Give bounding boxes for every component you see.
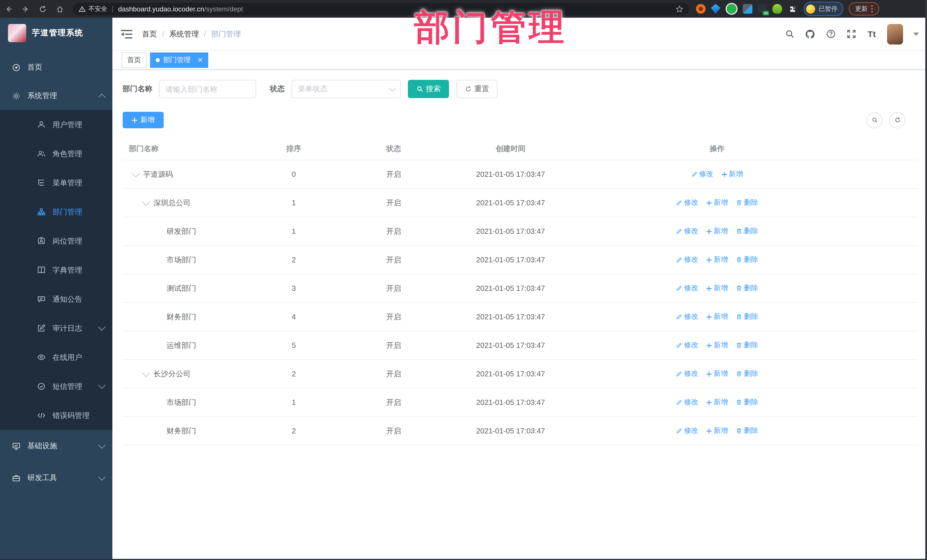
- extension-icon-grid[interactable]: [743, 4, 752, 14]
- table-row[interactable]: 深圳总公司 1 开启 2021-01-05 17:03:47 修改 新增 删除: [123, 188, 918, 217]
- tab-departments[interactable]: 部门管理: [150, 52, 208, 68]
- edit-link[interactable]: 修改: [676, 312, 698, 322]
- edit-link[interactable]: 修改: [676, 369, 698, 379]
- sidebar-item-dev-tools[interactable]: 研发工具: [0, 462, 112, 494]
- edit-link[interactable]: 修改: [676, 426, 698, 436]
- edit-link[interactable]: 修改: [676, 226, 698, 236]
- trash-icon: [736, 256, 742, 263]
- sidebar-item-infrastructure[interactable]: 基础设施: [0, 430, 112, 462]
- table-row[interactable]: 运维部门 5 开启 2021-01-05 17:03:47 修改 新增 删除: [123, 331, 918, 359]
- sidebar-item-posts[interactable]: 岗位管理: [0, 226, 112, 255]
- expand-arrow-icon[interactable]: [132, 169, 140, 177]
- extension-icon-on-badge[interactable]: on: [758, 4, 767, 14]
- search-button[interactable]: 搜索: [408, 80, 449, 98]
- table-row[interactable]: 市场部门 2 开启 2021-01-05 17:03:47 修改 新增 删除: [123, 245, 918, 274]
- search-mini-button[interactable]: [866, 112, 883, 128]
- delete-link[interactable]: 删除: [736, 284, 758, 293]
- tab-home[interactable]: 首页: [122, 52, 147, 68]
- delete-link[interactable]: 删除: [736, 312, 758, 322]
- profile-paused-pill[interactable]: 已暂停: [804, 2, 843, 16]
- table-row[interactable]: 测试部门 3 开启 2021-01-05 17:03:47 修改 新增 删除: [123, 274, 918, 302]
- sidebar-item-audit-log[interactable]: 审计日志: [0, 314, 112, 343]
- add-link[interactable]: 新增: [706, 369, 728, 379]
- delete-link[interactable]: 删除: [736, 426, 758, 436]
- delete-link[interactable]: 删除: [736, 398, 758, 407]
- sidebar-item-system[interactable]: 系统管理: [0, 82, 112, 110]
- extensions-puzzle-icon[interactable]: [787, 4, 797, 14]
- add-link[interactable]: 新增: [706, 312, 728, 322]
- extension-icon-green-check[interactable]: [726, 3, 738, 15]
- edit-link[interactable]: 修改: [676, 340, 698, 350]
- table-row[interactable]: 长沙分公司 2 开启 2021-01-05 17:03:47 修改 新增 删除: [123, 359, 918, 388]
- edit-icon: [676, 228, 682, 234]
- browser-menu-icon[interactable]: [871, 5, 873, 12]
- reset-button[interactable]: 重置: [456, 80, 497, 98]
- add-link[interactable]: 新增: [706, 255, 728, 265]
- sidebar-item-sms[interactable]: 短信管理: [0, 372, 112, 401]
- edit-link[interactable]: 修改: [676, 284, 698, 293]
- sidebar-item-error-codes[interactable]: 错误码管理: [0, 401, 112, 430]
- bookmark-star-icon[interactable]: [675, 5, 684, 13]
- sidebar-item-departments[interactable]: 部门管理: [0, 197, 112, 226]
- edit-link[interactable]: 修改: [691, 169, 713, 179]
- add-link[interactable]: 新增: [706, 284, 728, 293]
- reload-button[interactable]: [34, 2, 51, 16]
- add-link[interactable]: 新增: [706, 426, 728, 436]
- sidebar-item-home[interactable]: 首页: [0, 53, 112, 82]
- edit-link[interactable]: 修改: [676, 255, 698, 265]
- chevron-down-icon: [98, 381, 105, 389]
- dept-name-input[interactable]: [159, 80, 256, 98]
- breadcrumb-system[interactable]: 系统管理: [169, 29, 199, 39]
- status-select[interactable]: 菜单状态: [292, 80, 401, 98]
- github-icon[interactable]: [805, 29, 815, 39]
- chevron-down-icon: [98, 473, 105, 480]
- table-row[interactable]: 财务部门 2 开启 2021-01-05 17:03:47 修改 新增 删除: [123, 416, 918, 445]
- add-link[interactable]: 新增: [706, 398, 728, 407]
- add-button[interactable]: 新增: [123, 112, 164, 128]
- fullscreen-icon[interactable]: [846, 29, 856, 39]
- sidebar-item-online-users[interactable]: 在线用户: [0, 343, 112, 372]
- delete-link[interactable]: 删除: [736, 340, 758, 350]
- edit-link[interactable]: 修改: [676, 198, 698, 208]
- add-link[interactable]: 新增: [706, 198, 728, 208]
- breadcrumb-home[interactable]: 首页: [142, 29, 157, 39]
- chrome-update-button[interactable]: 更新: [849, 2, 879, 15]
- help-icon[interactable]: [825, 29, 836, 39]
- extension-icon-blue-drop[interactable]: [711, 4, 720, 14]
- caret-down-icon[interactable]: [913, 32, 919, 36]
- forward-button[interactable]: [17, 2, 34, 16]
- add-link[interactable]: 新增: [721, 169, 743, 179]
- add-link[interactable]: 新增: [706, 226, 728, 236]
- extension-icon-green-person[interactable]: [772, 4, 782, 14]
- delete-link[interactable]: 删除: [736, 226, 758, 236]
- edit-link[interactable]: 修改: [676, 398, 698, 407]
- table-row[interactable]: 市场部门 1 开启 2021-01-05 17:03:47 修改 新增 删除: [123, 388, 918, 416]
- table-row[interactable]: 研发部门 1 开启 2021-01-05 17:03:47 修改 新增 删除: [123, 217, 918, 245]
- search-icon[interactable]: [784, 29, 795, 39]
- user-avatar[interactable]: [887, 24, 903, 44]
- extension-icon-orange[interactable]: [696, 4, 706, 14]
- delete-link[interactable]: 删除: [736, 255, 758, 265]
- delete-link[interactable]: 删除: [736, 198, 758, 208]
- refresh-mini-button[interactable]: [889, 112, 905, 128]
- home-button[interactable]: [51, 2, 68, 16]
- address-bar[interactable]: 不安全 dashboard.yudao.iocoder.cn/system/de…: [73, 3, 689, 15]
- sidebar-item-notice[interactable]: 通知公告: [0, 285, 112, 314]
- font-size-icon[interactable]: Tt: [866, 29, 877, 39]
- app-logo-row[interactable]: 芋道管理系统: [0, 18, 112, 49]
- sidebar-item-menus[interactable]: 菜单管理: [0, 168, 112, 197]
- table-row[interactable]: 财务部门 4 开启 2021-01-05 17:03:47 修改 新增 删除: [123, 302, 918, 331]
- table-row[interactable]: 芋道源码 0 开启 2021-01-05 17:03:47 修改 新增: [123, 160, 918, 188]
- not-secure-indicator[interactable]: 不安全: [79, 5, 107, 13]
- sidebar-item-users[interactable]: 用户管理: [0, 110, 112, 139]
- close-icon[interactable]: [198, 58, 202, 62]
- add-link[interactable]: 新增: [706, 340, 728, 350]
- hamburger-icon[interactable]: [120, 29, 133, 39]
- sidebar-item-dict[interactable]: 字典管理: [0, 255, 112, 285]
- delete-link[interactable]: 删除: [736, 369, 758, 379]
- back-button[interactable]: [0, 2, 17, 16]
- sidebar-item-roles[interactable]: 角色管理: [0, 139, 112, 168]
- expand-arrow-icon[interactable]: [142, 197, 150, 206]
- expand-arrow-icon[interactable]: [142, 369, 150, 377]
- emoji-avatar: [806, 4, 815, 14]
